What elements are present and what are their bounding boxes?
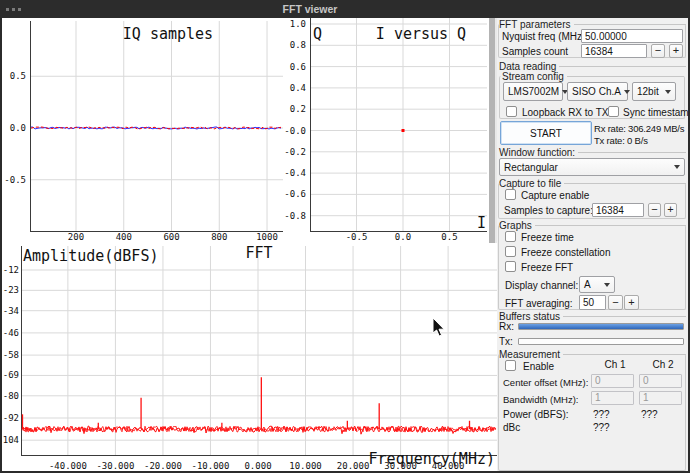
svg-text:0.4: 0.4 xyxy=(290,83,306,93)
window-border-left xyxy=(0,18,2,473)
fft-plot: -40.000-30.000-20.000-10.0000.00010.0002… xyxy=(0,244,497,471)
ch1-column-header: Ch 1 xyxy=(597,359,633,370)
svg-text:-46: -46 xyxy=(3,328,19,338)
svg-text:0.6: 0.6 xyxy=(290,62,306,72)
center-offset-ch1-input: 0 xyxy=(591,374,634,388)
iq-samples-plot: 20040060080010000.50.0-0.5IQ samples xyxy=(4,21,283,242)
svg-text:Frequency(MHz): Frequency(MHz) xyxy=(369,450,495,468)
svg-text:-12: -12 xyxy=(3,265,19,275)
rx-buffer-progressbar xyxy=(518,323,684,330)
svg-text:I: I xyxy=(477,214,486,232)
mouse-cursor xyxy=(432,317,446,337)
nyquist-freq-input[interactable]: 50.00000 xyxy=(581,29,683,43)
svg-text:1000: 1000 xyxy=(256,232,278,242)
freeze-time-label: Freeze time xyxy=(521,232,574,243)
samples-to-capture-input[interactable]: 16384 xyxy=(592,203,644,217)
chevron-down-icon xyxy=(674,165,680,169)
svg-text:FFT: FFT xyxy=(245,244,272,262)
svg-text:-10.000: -10.000 xyxy=(192,461,230,471)
fft-averaging-label: FFT averaging: xyxy=(505,298,573,309)
svg-text:-20.000: -20.000 xyxy=(144,461,182,471)
group-title-buffers-status: Buffers status xyxy=(499,311,686,322)
tx-buffer-label: Tx: xyxy=(499,336,513,347)
freeze-constellation-label: Freeze constellation xyxy=(521,247,611,258)
svg-text:0.2: 0.2 xyxy=(290,104,306,114)
svg-text:1.0: 1.0 xyxy=(290,19,306,29)
svg-text:20.000: 20.000 xyxy=(337,461,370,471)
freeze-time-checkbox[interactable] xyxy=(505,231,516,242)
svg-text:-0.4: -0.4 xyxy=(284,168,306,178)
chevron-down-icon xyxy=(624,90,630,94)
window-menu-dots-icon[interactable] xyxy=(6,8,21,11)
dbc-label: dBc xyxy=(503,422,520,433)
svg-text:IQ samples: IQ samples xyxy=(123,25,213,43)
svg-text:0.8: 0.8 xyxy=(290,40,306,50)
svg-text:-104: -104 xyxy=(0,435,19,445)
svg-text:-58: -58 xyxy=(3,350,19,360)
samples-to-capture-increment-button[interactable]: + xyxy=(664,203,677,217)
freeze-constellation-checkbox[interactable] xyxy=(505,246,516,257)
svg-text:-23: -23 xyxy=(3,285,19,295)
plots-canvas[interactable]: 20040060080010000.50.0-0.5IQ samples-0.5… xyxy=(0,0,500,473)
device-select[interactable]: LMS7002M xyxy=(503,82,563,101)
capture-enable-label: Capture enable xyxy=(521,190,589,201)
capture-enable-checkbox[interactable] xyxy=(505,189,516,200)
chevron-down-icon xyxy=(604,283,610,287)
sync-timestamp-checkbox[interactable] xyxy=(608,106,619,117)
svg-text:-0.6: -0.6 xyxy=(284,189,306,199)
sample-bits-select[interactable]: 12bit xyxy=(632,82,676,101)
svg-text:-92: -92 xyxy=(3,413,19,423)
measurement-enable-checkbox[interactable] xyxy=(505,360,516,371)
control-panel: FFT parameters Nyquist freq (MHz): 50.00… xyxy=(497,18,688,473)
dbc-ch1-value: ??? xyxy=(593,422,610,433)
window-titlebar[interactable]: FFT viewer xyxy=(0,0,690,18)
svg-text:-0.5: -0.5 xyxy=(4,175,26,185)
channel-mode-select[interactable]: SISO Ch.A xyxy=(567,82,628,101)
splitter-handle[interactable] xyxy=(488,18,497,243)
fft-viewer-window: { "window": { "title": "FFT viewer" }, "… xyxy=(0,0,690,473)
window-function-label: Window function: xyxy=(499,147,686,158)
samples-count-label: Samples count xyxy=(502,46,568,57)
svg-text:-34: -34 xyxy=(3,306,19,316)
samples-count-increment-button[interactable]: + xyxy=(669,44,683,58)
svg-text:-69: -69 xyxy=(3,370,19,380)
display-channel-select[interactable]: A xyxy=(579,276,615,293)
freeze-fft-checkbox[interactable] xyxy=(505,261,516,272)
freeze-fft-label: Freeze FFT xyxy=(521,262,573,273)
samples-count-input[interactable]: 16384 xyxy=(581,44,647,58)
svg-text:400: 400 xyxy=(116,232,132,242)
rx-rate-text: Rx rate: 306.249 MB/s xyxy=(594,123,684,134)
nyquist-freq-label: Nyquist freq (MHz): xyxy=(502,31,588,42)
svg-text:600: 600 xyxy=(163,232,179,242)
svg-text:800: 800 xyxy=(211,232,227,242)
start-button[interactable]: START xyxy=(500,121,592,145)
svg-text:-80: -80 xyxy=(3,391,19,401)
power-ch1-value: ??? xyxy=(593,409,610,420)
measurement-enable-label: Enable xyxy=(523,361,554,372)
chevron-down-icon xyxy=(665,90,671,94)
svg-text:-40.000: -40.000 xyxy=(49,461,87,471)
fft-averaging-decrement-button[interactable]: − xyxy=(608,295,623,310)
svg-text:-0.0: -0.0 xyxy=(284,126,306,136)
svg-text:I versus Q: I versus Q xyxy=(376,25,466,43)
tx-rate-text: Tx rate: 0 B/s xyxy=(594,135,648,146)
fft-averaging-input[interactable]: 50 xyxy=(579,295,606,310)
window-title: FFT viewer xyxy=(250,3,370,15)
samples-to-capture-label: Samples to capture: xyxy=(504,205,593,216)
fft-averaging-increment-button[interactable]: + xyxy=(624,295,639,310)
svg-text:200: 200 xyxy=(68,232,84,242)
bandwidth-ch2-input: 1 xyxy=(639,391,682,405)
ch2-column-header: Ch 2 xyxy=(645,359,681,370)
samples-count-decrement-button[interactable]: − xyxy=(651,44,665,58)
svg-text:0.5: 0.5 xyxy=(441,232,457,242)
window-function-select[interactable]: Rectangular xyxy=(499,158,685,176)
svg-text:-0.5: -0.5 xyxy=(346,232,368,242)
i-versus-q-plot: -0.50.00.51.00.80.60.40.2-0.0-0.2-0.4-0.… xyxy=(284,18,487,242)
tx-buffer-progressbar xyxy=(518,338,684,345)
samples-to-capture-decrement-button[interactable]: − xyxy=(648,203,661,217)
power-label: Power (dBFS): xyxy=(503,409,569,420)
display-channel-label: Display channel: xyxy=(505,280,578,291)
svg-text:10.000: 10.000 xyxy=(289,461,322,471)
bandwidth-ch1-input: 1 xyxy=(591,391,634,405)
loopback-checkbox[interactable] xyxy=(506,106,517,117)
